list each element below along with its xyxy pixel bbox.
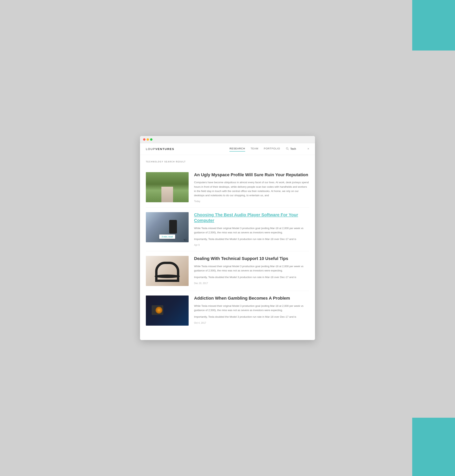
article-excerpt-p2: Importantly, Tesla doubled the Model 3 p…	[194, 237, 309, 241]
article-excerpt-p1: While Tesla missed their original Model …	[194, 264, 309, 273]
article-thumbnail	[146, 172, 189, 202]
article-date: Apr 9	[194, 244, 309, 246]
teal-decoration-bottom	[412, 418, 455, 476]
article-title[interactable]: Dealing With Technical Support 10 Useful…	[194, 256, 309, 262]
article-date: Today	[194, 200, 309, 203]
article-title[interactable]: Addiction When Gambling Becomes A Proble…	[194, 295, 309, 301]
article-body: Dealing With Technical Support 10 Useful…	[194, 256, 309, 285]
article-date: Oct 4, 2017	[194, 322, 309, 324]
article-thumbnail	[146, 256, 189, 286]
article-excerpt-p1: While Tesla missed their original Model …	[194, 304, 309, 313]
teal-decoration-top	[412, 0, 455, 50]
browser-window: LOUPVENTURES RESEARCH TEAM PORTFOLIO × T…	[140, 136, 315, 340]
content-area: TECHNOLOGY SEARCH RESULT An Ugly Myspace…	[140, 155, 315, 340]
nav-bar: LOUPVENTURES RESEARCH TEAM PORTFOLIO ×	[140, 143, 315, 155]
section-label: TECHNOLOGY SEARCH RESULT	[146, 161, 309, 163]
logo[interactable]: LOUPVENTURES	[146, 147, 174, 151]
search-icon	[286, 147, 289, 151]
article-excerpt: Computers have become ubiquitous in almo…	[194, 180, 309, 198]
article-item: Dealing With Technical Support 10 Useful…	[146, 251, 309, 291]
nav-link-team[interactable]: TEAM	[251, 147, 258, 151]
article-excerpt-p2: Importantly, Tesla doubled the Model 3 p…	[194, 315, 309, 319]
article-excerpt-p1: While Tesla missed their original Model …	[194, 226, 309, 235]
article-item: 3 min. read ☞ Choosing The Best Audio Pl…	[146, 207, 309, 251]
article-item: An Ugly Myspace Profile Will Sure Ruin Y…	[146, 167, 309, 208]
article-image-wrap	[146, 172, 189, 202]
article-date: Dec 20, 2017	[194, 282, 309, 285]
dot-minimize[interactable]	[146, 138, 149, 141]
svg-line-1	[288, 149, 289, 150]
article-image-wrap: 3 min. read ☞	[146, 212, 189, 242]
search-input[interactable]	[290, 147, 306, 150]
article-title[interactable]: Choosing The Best Audio Player Software …	[194, 212, 309, 223]
nav-links: RESEARCH TEAM PORTFOLIO	[229, 147, 280, 151]
article-image-wrap	[146, 295, 189, 326]
browser-dots	[143, 138, 153, 141]
dot-close[interactable]	[143, 138, 146, 141]
article-excerpt-p2: Importantly, Tesla doubled the Model 3 p…	[194, 275, 309, 279]
logo-bold: VENTURES	[155, 147, 174, 151]
nav-link-research[interactable]: RESEARCH	[229, 147, 245, 151]
cursor-icon: ☞	[183, 238, 187, 242]
logo-light: LOUP	[146, 147, 155, 151]
article-image-wrap	[146, 256, 189, 286]
read-time-badge: 3 min. read	[159, 235, 175, 239]
article-body: Addiction When Gambling Becomes A Proble…	[194, 295, 309, 324]
article-thumbnail	[146, 295, 189, 326]
article-body: Choosing The Best Audio Player Software …	[194, 212, 309, 246]
dot-maximize[interactable]	[150, 138, 153, 141]
article-item: Addiction When Gambling Becomes A Proble…	[146, 291, 309, 330]
article-title[interactable]: An Ugly Myspace Profile Will Sure Ruin Y…	[194, 172, 309, 178]
search-bar: ×	[286, 147, 309, 151]
search-close-icon[interactable]: ×	[308, 147, 309, 151]
article-body: An Ugly Myspace Profile Will Sure Ruin Y…	[194, 172, 309, 203]
article-list: An Ugly Myspace Profile Will Sure Ruin Y…	[146, 167, 309, 331]
browser-chrome	[140, 136, 315, 143]
nav-link-portfolio[interactable]: PORTFOLIO	[264, 147, 280, 151]
